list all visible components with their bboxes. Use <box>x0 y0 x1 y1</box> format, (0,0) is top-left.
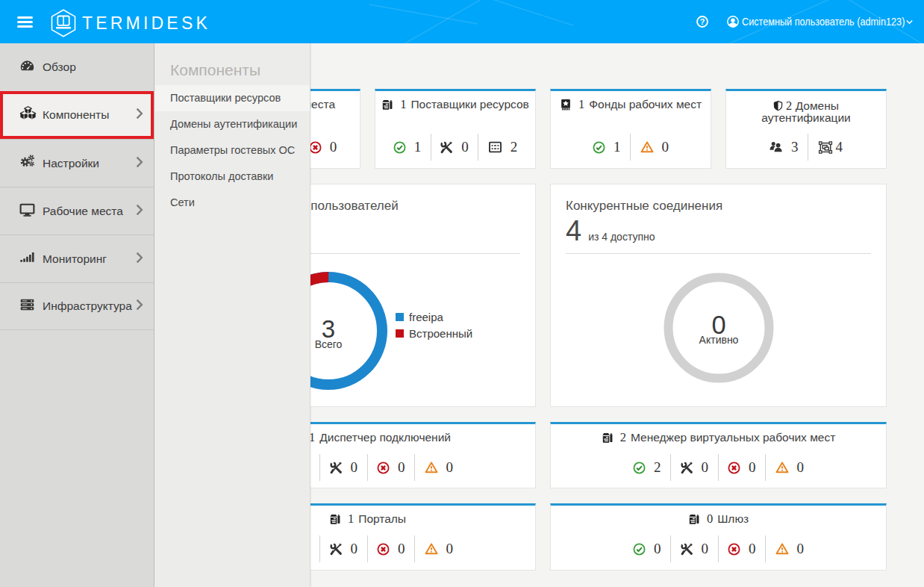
svg-text:?: ? <box>700 17 705 26</box>
